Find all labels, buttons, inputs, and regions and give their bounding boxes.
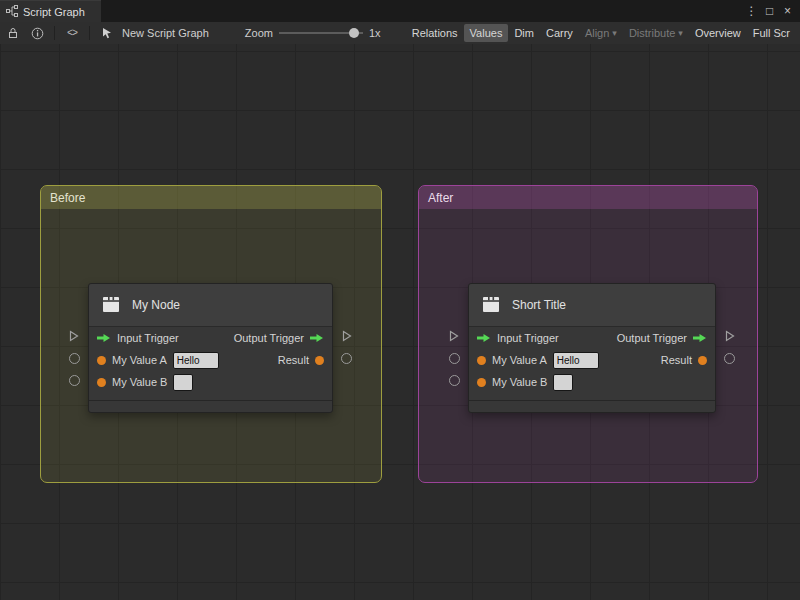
- unit-icon: [99, 294, 123, 316]
- node-body[interactable]: My Node Input Trigger Output Trigger: [88, 283, 333, 413]
- graph-icon: [6, 5, 18, 19]
- value-port-icon[interactable]: [477, 356, 486, 365]
- output-trigger-port[interactable]: [342, 330, 352, 342]
- zoom-value: 1x: [369, 27, 381, 39]
- carry-button[interactable]: Carry: [540, 24, 579, 42]
- info-icon[interactable]: [28, 24, 46, 42]
- unit-icon: [479, 294, 503, 316]
- node-body[interactable]: Short Title Input Trigger Output Trigger: [468, 283, 716, 413]
- zoom-label: Zoom: [245, 27, 273, 39]
- port-row-value-a: My Value A Result: [89, 349, 332, 371]
- distribute-button[interactable]: Distribute ▾: [623, 24, 689, 42]
- node-footer: [469, 400, 715, 412]
- port-label-value-a: My Value A: [492, 354, 547, 366]
- zoom-slider[interactable]: [279, 27, 363, 39]
- port-label-result: Result: [278, 354, 309, 366]
- group-label: Before: [50, 191, 85, 205]
- value-port-icon[interactable]: [698, 356, 707, 365]
- window-menu-icon[interactable]: ⋮: [744, 0, 759, 22]
- value-port-icon[interactable]: [97, 356, 106, 365]
- tab-bar: Script Graph ⋮ □ ×: [0, 0, 800, 22]
- group-after-header[interactable]: After: [419, 186, 757, 209]
- port-row-triggers: Input Trigger Output Trigger: [89, 327, 332, 349]
- port-label-output-trigger: Output Trigger: [234, 332, 304, 344]
- values-button[interactable]: Values: [464, 24, 509, 42]
- value-b-input[interactable]: [173, 374, 193, 391]
- port-label-input-trigger: Input Trigger: [497, 332, 559, 344]
- chevron-down-icon: ▾: [612, 28, 617, 38]
- pointer-icon: [98, 24, 116, 42]
- overview-button[interactable]: Overview: [689, 24, 747, 42]
- input-trigger-port[interactable]: [449, 330, 459, 342]
- dim-button[interactable]: Dim: [508, 24, 540, 42]
- node-header[interactable]: Short Title: [469, 284, 715, 327]
- zoom-slider-handle[interactable]: [349, 28, 359, 38]
- group-label: After: [428, 191, 453, 205]
- node-short-title[interactable]: Short Title Input Trigger Output Trigger: [468, 283, 716, 413]
- toolbar-divider: [89, 26, 90, 40]
- node-title: My Node: [132, 298, 180, 312]
- script-graph-window: Script Graph ⋮ □ × <> New Script Graph Z…: [0, 0, 800, 600]
- flow-in-icon[interactable]: [477, 333, 491, 343]
- value-a-port[interactable]: [449, 353, 460, 364]
- port-label-input-trigger: Input Trigger: [117, 332, 179, 344]
- port-label-value-b: My Value B: [112, 376, 167, 388]
- tab-script-graph[interactable]: Script Graph: [0, 0, 101, 22]
- value-a-input[interactable]: [173, 352, 219, 369]
- window-controls: ⋮ □ ×: [744, 0, 800, 22]
- port-row-triggers: Input Trigger Output Trigger: [469, 327, 715, 349]
- node-header[interactable]: My Node: [89, 284, 332, 327]
- lock-icon[interactable]: [4, 24, 22, 42]
- code-icon[interactable]: <>: [63, 24, 81, 42]
- tab-label: Script Graph: [23, 6, 85, 18]
- relations-button[interactable]: Relations: [406, 24, 464, 42]
- port-label-result: Result: [661, 354, 692, 366]
- graph-canvas[interactable]: Before After My Node: [0, 44, 800, 600]
- flow-in-icon[interactable]: [97, 333, 111, 343]
- flow-out-icon[interactable]: [310, 333, 324, 343]
- input-trigger-port[interactable]: [69, 330, 79, 342]
- align-label: Align: [585, 27, 609, 39]
- value-a-input[interactable]: [553, 352, 599, 369]
- value-b-input[interactable]: [553, 374, 573, 391]
- result-port[interactable]: [341, 353, 352, 364]
- toolbar-buttons: Relations Values Dim Carry Align ▾ Distr…: [406, 22, 796, 44]
- node-title: Short Title: [512, 298, 566, 312]
- value-port-icon[interactable]: [97, 378, 106, 387]
- value-a-port[interactable]: [69, 353, 80, 364]
- fullscreen-button[interactable]: Full Scr: [747, 24, 796, 42]
- chevron-down-icon: ▾: [678, 28, 683, 38]
- group-before-header[interactable]: Before: [41, 186, 381, 209]
- node-my-node[interactable]: My Node Input Trigger Output Trigger: [88, 283, 333, 413]
- value-port-icon[interactable]: [477, 378, 486, 387]
- window-close-icon[interactable]: ×: [780, 0, 795, 22]
- result-port[interactable]: [724, 353, 735, 364]
- value-b-port[interactable]: [69, 375, 80, 386]
- port-label-value-a: My Value A: [112, 354, 167, 366]
- value-b-port[interactable]: [449, 375, 460, 386]
- node-footer: [89, 400, 332, 412]
- graph-title-label: New Script Graph: [122, 27, 209, 39]
- port-row-value-b: My Value B: [89, 371, 332, 393]
- flow-out-icon[interactable]: [693, 333, 707, 343]
- port-row-value-b: My Value B: [469, 371, 715, 393]
- toolbar-divider: [54, 26, 55, 40]
- port-label-value-b: My Value B: [492, 376, 547, 388]
- graph-toolbar: <> New Script Graph Zoom 1x Relations Va…: [0, 22, 800, 45]
- port-label-output-trigger: Output Trigger: [617, 332, 687, 344]
- window-maximize-icon[interactable]: □: [762, 0, 777, 22]
- distribute-label: Distribute: [629, 27, 675, 39]
- port-row-value-a: My Value A Result: [469, 349, 715, 371]
- output-trigger-port[interactable]: [725, 330, 735, 342]
- align-button[interactable]: Align ▾: [579, 24, 623, 42]
- value-port-icon[interactable]: [315, 356, 324, 365]
